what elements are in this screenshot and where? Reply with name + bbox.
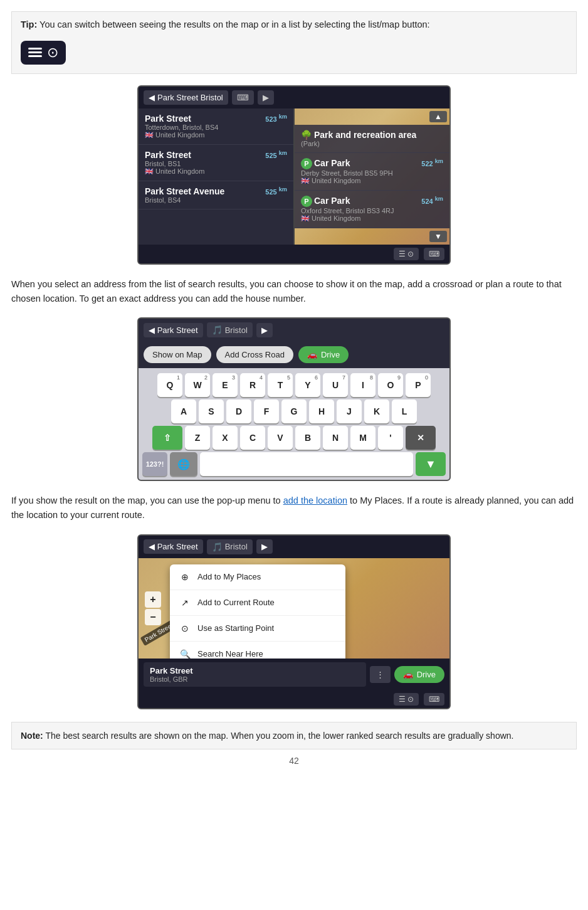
scr1-keyboard-icon[interactable]: ⌨ <box>232 90 254 105</box>
key-k[interactable]: K <box>364 399 389 423</box>
key-c[interactable]: C <box>240 426 265 450</box>
screenshot-3: ◀ Park Street 🎵 Bristol ▶ + − Park Stree… <box>137 534 451 709</box>
scr3-footer-icons: ☰ ⊙ ⌨ <box>139 690 449 708</box>
scr3-header: ◀ Park Street 🎵 Bristol ▶ <box>139 536 449 558</box>
drive-button[interactable]: 🚗 Drive <box>298 346 349 363</box>
scr3-keyboard-btn[interactable]: ⌨ <box>424 693 444 706</box>
list-item[interactable]: Park Street 523 km Totterdown, Bristol, … <box>139 108 293 145</box>
scr2-action-row: Show on Map Add Cross Road 🚗 Drive <box>139 341 449 368</box>
key-l[interactable]: L <box>392 399 417 423</box>
scr3-back-button[interactable]: ◀ Park Street <box>144 539 203 554</box>
list-item[interactable]: 🌳 Park and recreation area (Park) <box>295 125 449 153</box>
body-text-2: If you show the result on the map, you c… <box>11 494 577 522</box>
list-item[interactable]: PCar Park 522 km Derby Street, Bristol B… <box>295 153 449 191</box>
scr1-left-results: Park Street 523 km Totterdown, Bristol, … <box>139 108 293 245</box>
add-to-my-places-icon: ⊕ <box>179 571 191 583</box>
key-space[interactable] <box>200 452 413 476</box>
add-to-current-route-item[interactable]: ↗ Add to Current Route <box>170 590 345 616</box>
note-text: The best search results are shown on the… <box>45 731 513 741</box>
key-w[interactable]: W2 <box>185 373 210 397</box>
add-to-my-places-label: Add to My Places <box>197 572 261 581</box>
drive-icon-2: 🚗 <box>403 670 413 679</box>
key-i[interactable]: I8 <box>350 373 375 397</box>
scr1-scroll-up[interactable]: ▲ <box>295 108 449 125</box>
tip-label: Tip: <box>21 19 37 29</box>
key-s[interactable]: S <box>199 399 224 423</box>
key-t[interactable]: T5 <box>268 373 293 397</box>
key-r[interactable]: R4 <box>240 373 265 397</box>
key-g[interactable]: G <box>281 399 307 423</box>
list-item[interactable]: Park Street 525 km Bristol, BS1 🇬🇧 Unite… <box>139 145 293 181</box>
scr3-map-area: + − Park Street ⊕ Add to My Places ↗ Add… <box>139 558 449 659</box>
scr2-location-display: 🎵 Bristol <box>207 322 253 337</box>
scr2-back-button[interactable]: ◀ Park Street <box>144 323 203 337</box>
key-v[interactable]: V <box>268 426 293 450</box>
scr1-header: ◀ Park Street Bristol ⌨ ▶ <box>139 87 449 108</box>
scr3-zoom-controls: + − <box>145 591 161 625</box>
scr3-nav-button[interactable]: ▶ <box>256 539 273 554</box>
key-h[interactable]: H <box>309 399 334 423</box>
key-z[interactable]: Z <box>185 426 210 450</box>
zoom-in-button[interactable]: + <box>145 591 161 608</box>
keyboard-row-1: Q1 W2 E3 R4 T5 Y6 U7 I8 O9 P0 <box>142 373 446 397</box>
key-backspace[interactable]: ✕ <box>406 426 436 450</box>
key-o[interactable]: O9 <box>378 373 403 397</box>
show-on-map-button[interactable]: Show on Map <box>144 346 211 363</box>
key-x[interactable]: X <box>213 426 238 450</box>
key-d[interactable]: D <box>226 399 251 423</box>
scr3-location-display: 🎵 Bristol <box>207 539 253 554</box>
add-to-my-places-item[interactable]: ⊕ Add to My Places <box>170 564 345 590</box>
list-item[interactable]: PCar Park 524 km Oxford Street, Bristol … <box>295 191 449 228</box>
key-123[interactable]: 123?! <box>142 452 167 476</box>
search-near-here-icon: 🔍 <box>179 648 191 659</box>
key-apostrophe[interactable]: ' <box>378 426 403 450</box>
scr1-back-button[interactable]: ◀ Park Street Bristol <box>144 90 228 105</box>
use-as-starting-point-item[interactable]: ⊙ Use as Starting Point <box>170 616 345 642</box>
screenshot-3-container: ◀ Park Street 🎵 Bristol ▶ + − Park Stree… <box>11 534 577 709</box>
key-q[interactable]: Q1 <box>157 373 182 397</box>
note-box: Note: The best search results are shown … <box>11 722 577 749</box>
scr1-scroll-down[interactable]: ▼ <box>295 228 449 245</box>
scr3-list-map-btn[interactable]: ☰ ⊙ <box>394 693 419 706</box>
add-to-current-route-label: Add to Current Route <box>197 598 275 607</box>
key-m[interactable]: M <box>350 426 375 450</box>
key-b[interactable]: B <box>295 426 320 450</box>
add-location-link[interactable]: add the location <box>283 495 347 505</box>
scr3-footer-bar: Park Street Bristol, GBR ⋮ 🚗 Drive <box>139 659 449 690</box>
zoom-out-button[interactable]: − <box>145 609 161 625</box>
key-p[interactable]: P0 <box>406 373 431 397</box>
scr2-nav-button[interactable]: ▶ <box>256 323 273 337</box>
key-j[interactable]: J <box>337 399 362 423</box>
search-near-here-label: Search Near Here <box>197 649 263 659</box>
scr3-options-button[interactable]: ⋮ <box>370 666 391 683</box>
key-u[interactable]: U7 <box>323 373 348 397</box>
key-globe[interactable]: 🌐 <box>170 452 197 476</box>
scr1-nav-icon[interactable]: ▶ <box>258 90 274 105</box>
scr1-list-map-btn[interactable]: ☰ ⊙ <box>394 248 419 260</box>
scr1-results-content: Park Street 523 km Totterdown, Bristol, … <box>139 108 449 245</box>
tip-box: Tip: You can switch between seeing the r… <box>11 11 577 74</box>
search-near-here-item[interactable]: 🔍 Search Near Here <box>170 642 345 659</box>
key-f[interactable]: F <box>254 399 279 423</box>
list-map-toggle-icon: ⊙ <box>28 45 58 61</box>
keyboard-row-3: ⇧ Z X C V B N M ' ✕ <box>142 426 446 450</box>
add-cross-road-button[interactable]: Add Cross Road <box>216 346 293 363</box>
screenshot-1-container: ◀ Park Street Bristol ⌨ ▶ Park Street 52… <box>11 85 577 265</box>
scr3-drive-button[interactable]: 🚗 Drive <box>394 666 444 683</box>
key-enter[interactable]: ▼ <box>416 452 446 476</box>
screenshot-2: ◀ Park Street 🎵 Bristol ▶ Show on Map Ad… <box>137 317 451 481</box>
list-item[interactable]: Park Street Avenue 525 km Bristol, BS4 <box>139 181 293 209</box>
note-label: Note: <box>21 731 43 741</box>
key-n[interactable]: N <box>323 426 348 450</box>
key-a[interactable]: A <box>171 399 196 423</box>
use-as-starting-point-icon: ⊙ <box>179 622 191 635</box>
key-y[interactable]: Y6 <box>295 373 320 397</box>
screenshot-2-container: ◀ Park Street 🎵 Bristol ▶ Show on Map Ad… <box>11 317 577 481</box>
drive-icon: 🚗 <box>307 350 317 359</box>
scr1-keyboard-btn[interactable]: ⌨ <box>424 248 444 260</box>
keyboard-area: Q1 W2 E3 R4 T5 Y6 U7 I8 O9 P0 A S D F G … <box>139 368 449 480</box>
key-shift[interactable]: ⇧ <box>152 426 182 450</box>
scr1-footer: ☰ ⊙ ⌨ <box>139 245 449 263</box>
key-e[interactable]: E3 <box>213 373 238 397</box>
tip-icon-box: ⊙ <box>21 41 66 65</box>
